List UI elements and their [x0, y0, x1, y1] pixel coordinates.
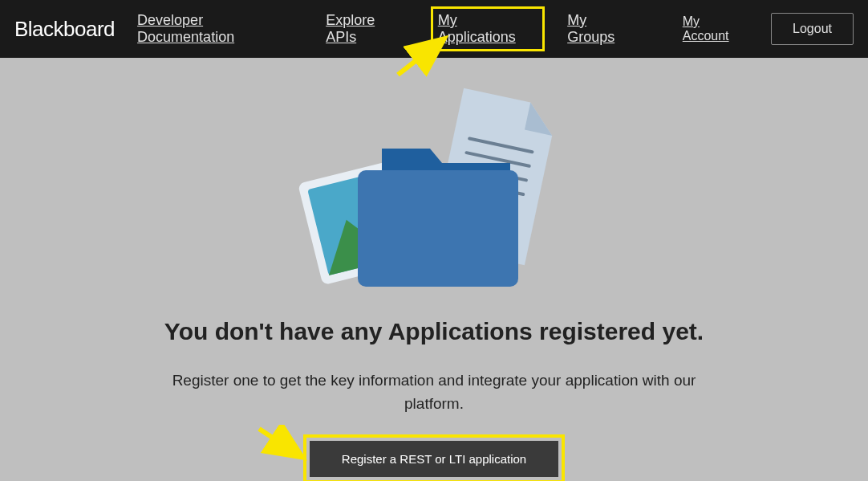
- register-application-button[interactable]: Register a REST or LTI application: [310, 441, 558, 477]
- nav-my-groups[interactable]: My Groups: [567, 12, 638, 46]
- main-content: You don't have any Applications register…: [0, 58, 868, 481]
- empty-state-illustration: [298, 80, 570, 313]
- svg-rect-9: [358, 170, 518, 287]
- applications-illustration-icon: [298, 80, 570, 313]
- logout-button[interactable]: Logout: [771, 13, 854, 45]
- nav-my-account[interactable]: My Account: [683, 14, 748, 43]
- empty-state-title: You don't have any Applications register…: [164, 318, 704, 345]
- empty-state-body: Register one to get the key information …: [153, 369, 715, 415]
- register-button-wrap: Register a REST or LTI application: [303, 434, 565, 481]
- logo: Blackboard: [14, 17, 115, 42]
- svg-line-11: [259, 429, 299, 455]
- nav-my-applications[interactable]: My Applications: [431, 6, 545, 51]
- nav-developer-documentation[interactable]: Developer Documentation: [137, 12, 303, 46]
- nav-explore-apis[interactable]: Explore APIs: [326, 12, 408, 46]
- header-bar: Blackboard Developer Documentation Explo…: [0, 0, 868, 58]
- register-button-highlight: Register a REST or LTI application: [303, 434, 565, 481]
